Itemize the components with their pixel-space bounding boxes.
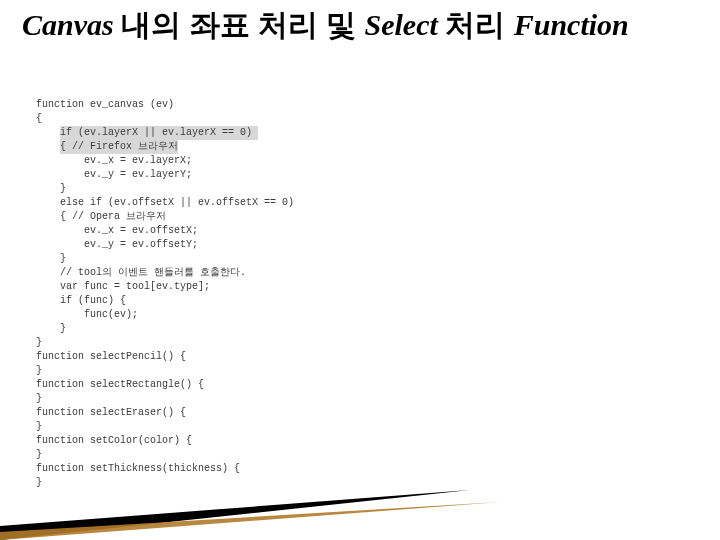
code-line: if (ev.layerX || ev.layerX == 0) (36, 126, 676, 140)
code-line: ev._x = ev.offsetX; (36, 224, 676, 238)
code-highlight: if (ev.layerX || ev.layerX == 0) (60, 126, 258, 140)
code-line: var func = tool[ev.type]; (36, 280, 676, 294)
slide: Canvas 내의 좌표 처리 및 Select 처리 Function fun… (0, 0, 720, 540)
code-line: } (36, 322, 676, 336)
code-line: } (36, 336, 676, 350)
code-line: function setColor(color) { (36, 434, 676, 448)
code-line: // tool의 이벤트 핸들러를 호출한다. (36, 266, 676, 280)
code-block: function ev_canvas (ev) { if (ev.layerX … (36, 98, 676, 490)
code-line: } (36, 392, 676, 406)
code-line: else if (ev.offsetX || ev.offsetX == 0) (36, 196, 676, 210)
code-line: ev._y = ev.layerY; (36, 168, 676, 182)
code-line: func(ev); (36, 308, 676, 322)
code-line: { (36, 112, 676, 126)
title-part-3: Select (365, 8, 446, 41)
code-line: function setThickness(thickness) { (36, 462, 676, 476)
code-line: } (36, 448, 676, 462)
code-line: function ev_canvas (ev) (36, 98, 676, 112)
code-indent (36, 141, 60, 152)
code-line: ev._x = ev.layerX; (36, 154, 676, 168)
slide-title: Canvas 내의 좌표 처리 및 Select 처리 Function (22, 6, 702, 44)
code-line: } (36, 420, 676, 434)
code-line: } (36, 252, 676, 266)
title-part-4: 처리 (445, 8, 513, 41)
code-line: if (func) { (36, 294, 676, 308)
code-line: } (36, 476, 676, 490)
title-part-1: Canvas (22, 8, 121, 41)
code-line: { // Firefox 브라우저 (36, 140, 676, 154)
code-line: function selectEraser() { (36, 406, 676, 420)
code-line: function selectRectangle() { (36, 378, 676, 392)
code-line: ev._y = ev.offsetY; (36, 238, 676, 252)
code-indent (36, 127, 60, 138)
code-line: { // Opera 브라우저 (36, 210, 676, 224)
title-part-5: Function (514, 8, 629, 41)
title-part-2: 내의 좌표 처리 및 (121, 8, 364, 41)
code-line: function selectPencil() { (36, 350, 676, 364)
code-line: } (36, 364, 676, 378)
code-highlight: { // Firefox 브라우저 (60, 140, 178, 154)
code-line: } (36, 182, 676, 196)
